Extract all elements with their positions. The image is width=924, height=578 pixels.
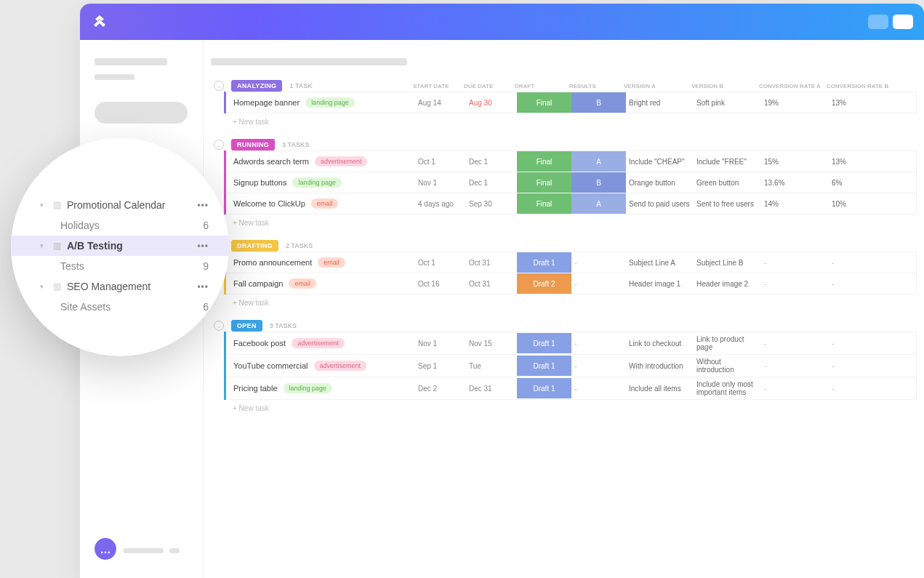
conversion-a-cell[interactable]: - xyxy=(761,359,829,373)
draft-cell[interactable]: Draft 2 xyxy=(517,273,571,294)
draft-cell[interactable]: Draft 1 xyxy=(517,356,571,376)
version-a-cell[interactable]: Subject Line A xyxy=(626,256,694,270)
version-b-cell[interactable]: Soft pink xyxy=(694,96,761,110)
task-row[interactable]: YouTube commercial advertisement Sep 1 T… xyxy=(226,355,917,377)
start-date-cell[interactable]: Sep 1 xyxy=(415,359,466,373)
version-b-cell[interactable]: Link to product page xyxy=(694,332,761,354)
column-header[interactable]: CONVERSION RATE B xyxy=(827,83,894,89)
task-name-cell[interactable]: Promo announcement email xyxy=(226,254,415,271)
due-date-cell[interactable]: Sep 30 xyxy=(466,197,517,211)
task-tag[interactable]: landing page xyxy=(292,177,342,188)
task-row[interactable]: Homepage banner landing page Aug 14 Aug … xyxy=(226,92,917,113)
view-toggle-b[interactable] xyxy=(893,15,913,29)
due-date-cell[interactable]: Dec 1 xyxy=(466,155,517,169)
conversion-a-cell[interactable]: - xyxy=(761,256,829,270)
conversion-a-cell[interactable]: 19% xyxy=(761,96,829,110)
version-b-cell[interactable]: Subject Line B xyxy=(694,256,761,270)
start-date-cell[interactable]: Nov 1 xyxy=(415,337,466,350)
results-cell[interactable]: A xyxy=(571,193,626,214)
task-tag[interactable]: advertisement xyxy=(315,156,368,166)
conversion-b-cell[interactable]: - xyxy=(829,337,896,350)
sidebar-search[interactable] xyxy=(95,102,188,124)
start-date-cell[interactable]: Oct 1 xyxy=(415,155,466,169)
version-a-cell[interactable]: Link to checkout xyxy=(626,337,694,350)
version-a-cell[interactable]: Bright red xyxy=(626,96,694,110)
more-icon[interactable]: ••• xyxy=(197,241,209,251)
results-cell[interactable]: - xyxy=(571,255,626,270)
due-date-cell[interactable]: Nov 15 xyxy=(466,337,517,350)
start-date-cell[interactable]: Nov 1 xyxy=(415,176,466,190)
column-header[interactable]: VERSION B xyxy=(691,83,759,89)
version-a-cell[interactable]: Orange button xyxy=(626,176,694,190)
chat-bubble-icon[interactable]: … xyxy=(95,538,116,560)
task-name-cell[interactable]: Adwords search term advertisement xyxy=(226,153,415,170)
results-cell[interactable]: A xyxy=(571,151,626,172)
results-cell[interactable]: B xyxy=(571,172,626,193)
version-b-cell[interactable]: Sent to free users xyxy=(694,197,761,211)
conversion-b-cell[interactable]: 6% xyxy=(829,176,896,190)
results-cell[interactable]: - xyxy=(571,381,626,396)
task-tag[interactable]: landing page xyxy=(284,383,333,393)
task-row[interactable]: Pricing table landing page Dec 2 Dec 31 … xyxy=(226,377,917,400)
due-date-cell[interactable]: Dec 1 xyxy=(466,176,517,190)
task-name-cell[interactable]: Pricing table landing page xyxy=(226,380,415,397)
results-cell[interactable]: B xyxy=(571,92,626,113)
start-date-cell[interactable]: Dec 2 xyxy=(415,382,466,396)
conversion-a-cell[interactable]: - xyxy=(761,337,829,350)
version-b-cell[interactable]: Include "FREE" xyxy=(694,155,761,169)
more-icon[interactable]: ••• xyxy=(197,200,209,210)
task-row[interactable]: Signup buttons landing page Nov 1 Dec 1 … xyxy=(226,172,917,193)
results-cell[interactable]: - xyxy=(571,336,626,350)
due-date-cell[interactable]: Aug 30 xyxy=(466,96,517,110)
new-task-button[interactable]: + New task xyxy=(211,400,917,417)
new-task-button[interactable]: + New task xyxy=(211,214,917,231)
sidebar-folder-a-b-testing[interactable]: ▾ ▥ A/B Testing ••• xyxy=(11,236,229,256)
version-b-cell[interactable]: Include only most important items xyxy=(694,377,761,399)
column-header[interactable]: RESULTS xyxy=(569,83,624,89)
collapse-icon[interactable]: ⌄ xyxy=(214,321,224,331)
task-tag[interactable]: advertisement xyxy=(314,361,367,371)
column-header[interactable]: START DATE xyxy=(413,83,464,89)
start-date-cell[interactable]: Oct 16 xyxy=(415,277,466,291)
draft-cell[interactable]: Draft 1 xyxy=(517,333,571,353)
start-date-cell[interactable]: Oct 1 xyxy=(415,256,466,270)
sidebar-folder-promotional-calendar[interactable]: ▾ ▥ Promotional Calendar ••• xyxy=(11,195,229,215)
due-date-cell[interactable]: Dec 31 xyxy=(466,382,517,396)
view-toggle-a[interactable] xyxy=(868,15,888,29)
due-date-cell[interactable]: Oct 31 xyxy=(466,256,517,270)
draft-cell[interactable]: Final xyxy=(517,151,571,172)
task-row[interactable]: Adwords search term advertisement Oct 1 … xyxy=(226,150,917,172)
sidebar-folder-seo-management[interactable]: ▾ ▥ SEO Management ••• xyxy=(11,276,229,297)
task-tag[interactable]: email xyxy=(318,257,345,268)
draft-cell[interactable]: Final xyxy=(517,172,571,193)
status-label[interactable]: DRAFTING xyxy=(231,240,278,252)
column-header[interactable]: DRAFT xyxy=(515,83,569,89)
task-tag[interactable]: email xyxy=(311,198,339,209)
results-cell[interactable]: - xyxy=(571,276,626,291)
version-a-cell[interactable]: With introduction xyxy=(626,359,694,373)
version-a-cell[interactable]: Include all items xyxy=(626,382,694,396)
start-date-cell[interactable]: Aug 14 xyxy=(415,96,466,110)
status-label[interactable]: ANALYZING xyxy=(231,80,282,92)
version-b-cell[interactable]: Header image 2 xyxy=(694,277,761,291)
version-b-cell[interactable]: Without introduction xyxy=(694,355,761,377)
conversion-b-cell[interactable]: - xyxy=(829,359,896,373)
start-date-cell[interactable]: 4 days ago xyxy=(415,197,466,211)
task-row[interactable]: Fall campaign email Oct 16 Oct 31 Draft … xyxy=(226,273,917,294)
conversion-b-cell[interactable]: - xyxy=(829,277,896,291)
sidebar-list-site-assets[interactable]: Site Assets 6 xyxy=(11,297,229,317)
draft-cell[interactable]: Draft 1 xyxy=(517,252,571,273)
task-tag[interactable]: email xyxy=(289,278,316,289)
column-header[interactable]: CONVERSION RATE A xyxy=(759,83,827,89)
conversion-b-cell[interactable]: 10% xyxy=(829,197,896,211)
sidebar-list-tests[interactable]: Tests 9 xyxy=(11,256,229,276)
version-b-cell[interactable]: Green button xyxy=(694,176,761,190)
task-tag[interactable]: advertisement xyxy=(292,338,345,348)
collapse-icon[interactable]: ⌄ xyxy=(214,81,224,91)
draft-cell[interactable]: Draft 1 xyxy=(517,378,571,398)
new-task-button[interactable]: + New task xyxy=(211,113,917,130)
due-date-cell[interactable]: Tue xyxy=(466,359,517,373)
clickup-logo-icon[interactable] xyxy=(91,13,108,31)
task-name-cell[interactable]: Homepage banner landing page xyxy=(226,94,415,111)
task-name-cell[interactable]: Welcome to ClickUp email xyxy=(226,195,415,212)
